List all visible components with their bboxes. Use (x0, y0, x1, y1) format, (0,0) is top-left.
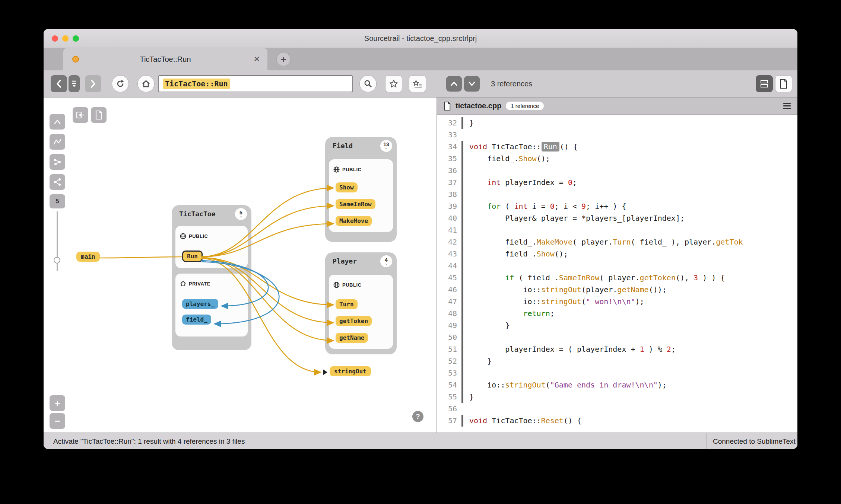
function-token[interactable]: Reset (541, 416, 564, 425)
search-button[interactable] (359, 75, 377, 92)
function-token[interactable]: getName (617, 285, 648, 294)
function-token[interactable]: stringOut (541, 285, 581, 294)
scope-marker (461, 403, 463, 415)
edge-main-run[interactable] (100, 257, 181, 258)
scope-marker (461, 260, 463, 272)
code-token: } (469, 321, 510, 330)
zoom-out-button[interactable]: − (50, 413, 65, 429)
code-area[interactable]: 32}3334void TicTacToe::Run() {35 field_.… (437, 115, 797, 427)
function-token[interactable]: getToken (640, 273, 676, 282)
line-number: 50 (437, 331, 457, 343)
class-name[interactable]: Field (333, 142, 353, 150)
history-dropdown-button[interactable] (69, 75, 80, 92)
file-reference-badge: 1 reference (506, 102, 544, 110)
chevron-up-icon (450, 81, 458, 86)
line-number: 42 (437, 236, 457, 248)
file-menu-icon[interactable] (783, 103, 791, 109)
code-text: field_.MakeMove( player.Turn( field_ ), … (469, 236, 743, 248)
single-file-view-button[interactable] (775, 75, 792, 92)
scope-marker (461, 272, 463, 284)
graph-class-tictactoe[interactable]: TicTacToe 5⌄ PUBLIC Run (172, 205, 251, 350)
graph-depth-slider-handle[interactable] (54, 257, 60, 264)
stringout-expand-icon[interactable] (323, 369, 327, 375)
graph-node-gettoken[interactable]: getToken (336, 316, 372, 326)
function-token[interactable]: getTok (716, 237, 743, 246)
scope-marker (461, 284, 463, 296)
refresh-icon (116, 79, 125, 88)
code-token: field_. (469, 249, 537, 258)
previous-reference-button[interactable] (446, 76, 462, 92)
screen: Sourcetrail - tictactoe_cpp.srctrlprj Ti… (0, 0, 841, 504)
graph-node-getname[interactable]: getName (336, 333, 368, 343)
code-text: void TicTacToe::Run() { (469, 141, 578, 153)
code-token: 1 (640, 345, 644, 354)
forward-button[interactable] (85, 75, 101, 92)
new-tab-button[interactable]: + (276, 52, 291, 66)
public-section: PUBLIC Run (175, 226, 248, 268)
home-button[interactable] (137, 75, 155, 92)
custom-trail-button[interactable] (73, 107, 88, 123)
code-token: 3 (694, 273, 698, 282)
code-token: int (514, 202, 527, 211)
code-line: 35 field_.Show(); (437, 153, 797, 165)
graph-node-main[interactable]: main (76, 252, 100, 262)
graph-node-turn[interactable]: Turn (336, 299, 358, 309)
function-token[interactable]: MakeMove (537, 237, 572, 246)
function-token[interactable]: Show (537, 249, 555, 258)
graph-class-player[interactable]: Player 4⌄ PUBLIC Turn getToken getName (325, 252, 397, 354)
overview-button[interactable] (91, 107, 107, 123)
class-count-badge[interactable]: 13⌄ (380, 140, 392, 152)
zoom-in-button[interactable]: + (50, 395, 65, 411)
bookmark-list-button[interactable] (409, 75, 426, 92)
function-token[interactable]: Show (518, 154, 536, 163)
search-input[interactable]: TicTacToe::Run (158, 75, 353, 92)
code-line: 52 } (437, 355, 797, 367)
graph-node-stringout[interactable]: stringOut (330, 366, 371, 376)
active-symbol-token[interactable]: Run (542, 142, 559, 151)
back-button[interactable] (51, 75, 67, 92)
graph-node-show[interactable]: Show (336, 182, 358, 192)
class-name[interactable]: TicTacToe (179, 210, 216, 218)
code-text: field_.Show(); (469, 153, 550, 165)
bookmark-button[interactable] (385, 75, 402, 92)
node-layout-button[interactable] (50, 154, 65, 170)
graph-node-players[interactable]: players_ (182, 299, 218, 309)
class-count-badge[interactable]: 5⌄ (235, 208, 247, 220)
refresh-button[interactable] (112, 75, 129, 92)
help-button[interactable]: ? (412, 411, 423, 422)
snippet-view-button[interactable] (756, 75, 773, 92)
code-line: 37 int playerIndex = 0; (437, 176, 797, 188)
share-graph-button[interactable] (50, 174, 65, 190)
file-name[interactable]: tictactoe.cpp (456, 102, 501, 110)
function-token[interactable]: Turn (613, 237, 631, 246)
class-name[interactable]: Player (333, 257, 357, 265)
scope-marker (461, 236, 463, 248)
function-token[interactable]: stringOut (505, 380, 545, 389)
graph-collapse-button[interactable] (50, 114, 65, 130)
code-line: 48 return; (437, 307, 797, 319)
code-token: 9 (581, 202, 586, 211)
tab-close-icon[interactable]: ✕ (253, 48, 260, 70)
tab-tictactoe-run[interactable]: TicTacToe::Run ✕ (63, 48, 267, 70)
title-bar[interactable]: Sourcetrail - tictactoe_cpp.srctrlprj (44, 29, 797, 48)
edge-display-button[interactable] (50, 134, 65, 150)
function-token[interactable]: stringOut (541, 297, 581, 306)
access-row: PUBLIC (333, 279, 388, 290)
code-text: } (469, 355, 492, 367)
graph-panel[interactable]: 5 + − TicTacToe 5⌄ PUBLIC (44, 98, 437, 433)
code-token: ( field_ ), player. (631, 237, 716, 246)
class-count-badge[interactable]: 4⌄ (380, 255, 392, 267)
code-token: Player& player = *players_[playerIndex]; (469, 214, 685, 223)
scope-marker (461, 391, 463, 403)
function-token[interactable]: SameInRow (559, 273, 599, 282)
document-icon (95, 111, 102, 119)
graph-node-makemove[interactable]: MakeMove (336, 216, 372, 226)
file-header[interactable]: tictactoe.cpp 1 reference (437, 98, 797, 115)
next-reference-button[interactable] (464, 76, 480, 92)
code-lines: 32}3334void TicTacToe::Run() {35 field_.… (437, 117, 797, 427)
graph-node-field[interactable]: field_ (182, 315, 211, 325)
graph-node-sameinrow[interactable]: SameInRow (336, 199, 375, 209)
graph-node-run[interactable]: Run (182, 251, 203, 262)
graph-class-field[interactable]: Field 13⌄ PUBLIC Show SameInRow MakeMove (325, 137, 397, 242)
line-number: 57 (437, 415, 457, 427)
